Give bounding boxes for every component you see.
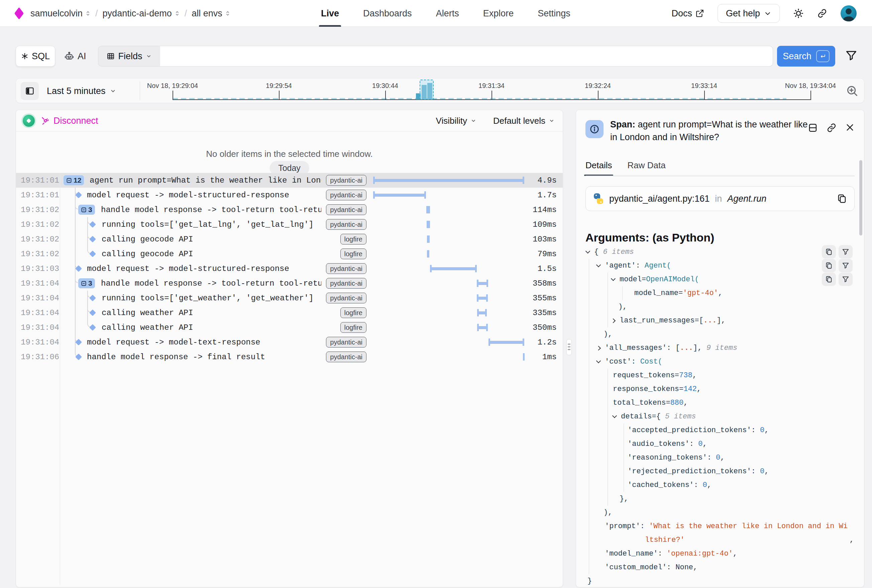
search-button[interactable]: Search: [777, 46, 835, 66]
close-panel-button[interactable]: [845, 123, 855, 133]
span-header-actions: [808, 123, 855, 133]
trace-row[interactable]: 19:31:043handle model response -> tool-r…: [16, 276, 563, 291]
trace-row[interactable]: 19:31:023handle model response -> tool-r…: [16, 202, 563, 217]
nav-tab-dashboards[interactable]: Dashboards: [363, 0, 412, 27]
filter-icon[interactable]: [845, 50, 857, 62]
collapse-toggle-icon[interactable]: [596, 358, 601, 363]
query-input[interactable]: [160, 46, 773, 66]
trace-row[interactable]: 19:31:03model request -> model-structure…: [16, 261, 563, 276]
trace-row[interactable]: 19:31:01model request -> model-structure…: [16, 188, 563, 202]
copy-span-link-button[interactable]: [827, 123, 836, 133]
tree-elbow: [87, 291, 90, 298]
nav-tab-explore[interactable]: Explore: [483, 0, 514, 27]
tag-badge[interactable]: pydantic-ai: [326, 351, 366, 362]
sidebar-toggle-button[interactable]: [21, 82, 39, 100]
tag-badge[interactable]: pydantic-ai: [326, 292, 366, 303]
collapse-toggle-icon[interactable]: [586, 249, 590, 254]
sql-label: SQL: [32, 51, 50, 62]
trace-row[interactable]: 19:31:04running tools=['get_weather', 'g…: [16, 291, 563, 305]
ai-mode-button[interactable]: AI: [64, 46, 86, 66]
filter-value-button[interactable]: [839, 273, 853, 286]
tab-raw-data[interactable]: Raw Data: [627, 160, 665, 175]
nav-tab-alerts[interactable]: Alerts: [436, 0, 459, 27]
tree-elbow: [75, 276, 78, 283]
collapse-toggle-icon[interactable]: [612, 413, 617, 418]
user-avatar[interactable]: [841, 5, 857, 21]
trace-row[interactable]: 19:31:02running tools=['get_lat_lng', 'g…: [16, 217, 563, 232]
collapse-count-badge[interactable]: 3: [78, 205, 95, 215]
time-range-dropdown[interactable]: Last 5 minutes: [47, 79, 116, 104]
filter-value-button[interactable]: [839, 259, 853, 272]
filter-icon: [842, 262, 849, 269]
visibility-dropdown[interactable]: Visibility: [436, 110, 476, 132]
tag-badge[interactable]: pydantic-ai: [326, 219, 366, 230]
trace-row[interactable]: 19:31:06handle model response -> final r…: [16, 350, 563, 364]
trace-row[interactable]: 19:31:02calling geocode APIlogfire79ms: [16, 246, 563, 261]
dock-panel-button[interactable]: [808, 123, 818, 133]
trace-row[interactable]: 19:31:04calling weather APIlogfire350ms: [16, 320, 563, 335]
get-help-button[interactable]: Get help: [718, 4, 780, 23]
theme-sun-icon[interactable]: [793, 8, 804, 19]
tab-details[interactable]: Details: [586, 160, 612, 175]
collapse-count: 3: [88, 279, 92, 287]
trace-row[interactable]: 19:31:0112agent run prompt=What is the w…: [16, 173, 563, 188]
collapse-count-badge[interactable]: 3: [78, 278, 95, 288]
code-line: 'cached_tokens': 0,: [586, 478, 854, 492]
sorter-icon: [225, 11, 230, 16]
breadcrumb-env[interactable]: all envs: [192, 8, 230, 19]
nav-tab-live[interactable]: Live: [321, 0, 339, 27]
tag-badge[interactable]: pydantic-ai: [326, 337, 366, 348]
code-text: ,: [693, 563, 697, 572]
disconnect-button[interactable]: Disconnect: [41, 110, 98, 132]
duration-bar: [430, 267, 477, 270]
time-selection[interactable]: [420, 80, 434, 100]
code-text: ),: [604, 330, 612, 339]
tag-badge[interactable]: logfire: [340, 322, 366, 333]
trace-row[interactable]: 19:31:04calling weather APIlogfire335ms: [16, 305, 563, 320]
copy-value-button[interactable]: [822, 245, 836, 258]
docs-link[interactable]: Docs: [671, 8, 704, 19]
span-diamond-icon: [89, 309, 96, 316]
copy-icon[interactable]: [837, 194, 847, 204]
breadcrumb-project[interactable]: pydantic-ai-demo: [103, 8, 180, 19]
collapse-count-badge[interactable]: 12: [63, 175, 84, 185]
code-line: 'audio_tokens': 0,: [586, 437, 854, 451]
filter-value-button[interactable]: [839, 245, 853, 258]
expand-toggle-icon[interactable]: [596, 346, 601, 351]
copy-value-button[interactable]: [822, 259, 836, 272]
tag-badge[interactable]: logfire: [340, 234, 366, 244]
code-line: 'reasoning_tokens': 0,: [586, 451, 854, 465]
panel-resize-handle[interactable]: [566, 339, 572, 355]
tag-badge[interactable]: pydantic-ai: [326, 190, 366, 200]
source-function: Agent.run: [727, 194, 766, 204]
tag-badge[interactable]: logfire: [340, 308, 366, 318]
collapse-toggle-icon[interactable]: [611, 276, 616, 281]
span-name: model request -> model-text-response: [87, 338, 321, 347]
time-range-label: Last 5 minutes: [47, 86, 106, 96]
nav-tab-settings[interactable]: Settings: [538, 0, 571, 27]
duration-bar: [427, 236, 430, 243]
expand-toggle-icon[interactable]: [611, 318, 616, 323]
code-line: 'cost': Cost(: [586, 355, 854, 369]
tag-badge[interactable]: pydantic-ai: [326, 175, 366, 186]
fields-dropdown[interactable]: Fields: [98, 46, 160, 66]
tick-mark: [172, 91, 173, 100]
tag-badge[interactable]: pydantic-ai: [326, 263, 366, 274]
tag-badge[interactable]: pydantic-ai: [326, 204, 366, 215]
zoom-in-icon[interactable]: [846, 85, 859, 98]
trace-row[interactable]: 19:31:02calling geocode APIlogfire103ms: [16, 232, 563, 246]
sql-mode-button[interactable]: SQL: [16, 46, 55, 66]
breadcrumb-org[interactable]: samuelcolvin: [30, 8, 91, 19]
trace-row[interactable]: 19:31:04model request -> model-text-resp…: [16, 335, 563, 350]
tag-badge[interactable]: pydantic-ai: [326, 278, 366, 289]
span-name: handle model response -> tool-return too…: [101, 206, 321, 214]
arguments-heading: Arguments: (as Python): [586, 231, 714, 244]
scrollbar-thumb[interactable]: [859, 160, 862, 236]
tag-badge[interactable]: logfire: [340, 249, 366, 259]
share-link-icon[interactable]: [817, 8, 827, 18]
collapse-toggle-icon[interactable]: [596, 262, 601, 267]
code-tool-pair: [822, 273, 853, 286]
default-levels-dropdown[interactable]: Default levels: [493, 110, 555, 132]
copy-value-button[interactable]: [822, 273, 836, 286]
code-text: :: [689, 440, 698, 448]
